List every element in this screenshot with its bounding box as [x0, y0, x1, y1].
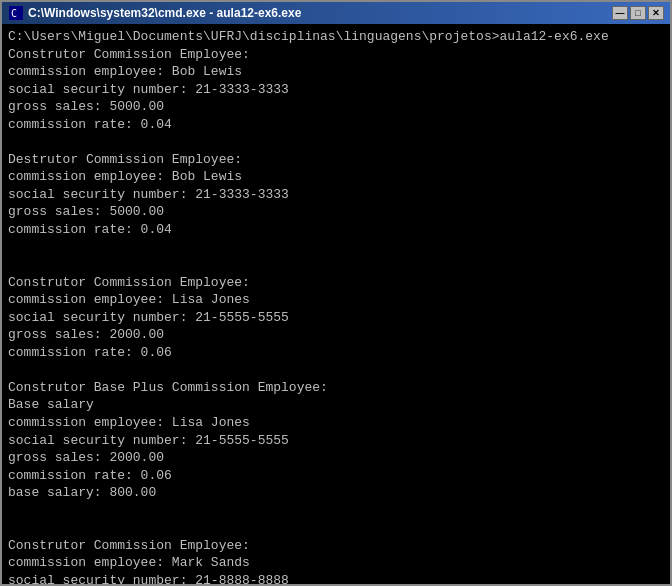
cmd-icon: C: [8, 5, 24, 21]
title-buttons: — □ ✕: [612, 6, 664, 20]
window-title: C:\Windows\system32\cmd.exe - aula12-ex6…: [28, 6, 612, 20]
title-bar: C C:\Windows\system32\cmd.exe - aula12-e…: [2, 2, 670, 24]
close-button[interactable]: ✕: [648, 6, 664, 20]
svg-text:C: C: [11, 8, 17, 19]
console-output: C:\Users\Miguel\Documents\UFRJ\disciplin…: [2, 24, 670, 584]
maximize-button[interactable]: □: [630, 6, 646, 20]
cmd-window: C C:\Windows\system32\cmd.exe - aula12-e…: [0, 0, 672, 586]
minimize-button[interactable]: —: [612, 6, 628, 20]
